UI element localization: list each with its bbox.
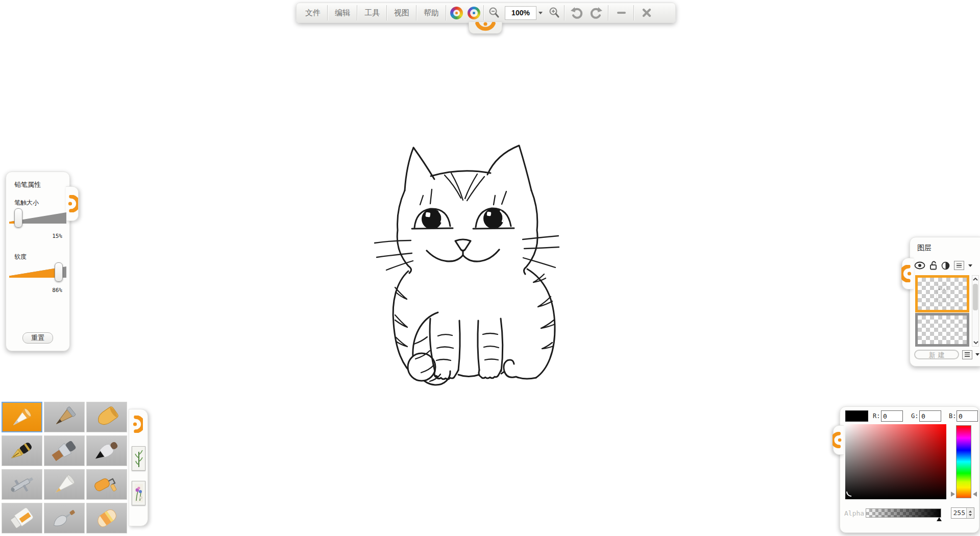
- layers-panel: 图层 新建: [910, 237, 980, 367]
- zoom-in-icon[interactable]: [546, 4, 563, 21]
- palette-collapse-handle[interactable]: [132, 416, 143, 433]
- tool-picture-stamp[interactable]: [132, 481, 145, 505]
- undo-icon[interactable]: [566, 4, 586, 21]
- toolbar-separator: [327, 5, 328, 20]
- pencil-panel-collapse-handle[interactable]: [66, 186, 79, 221]
- zoom-out-icon[interactable]: [485, 4, 503, 21]
- alpha-value: 255: [951, 508, 966, 518]
- r-input[interactable]: [881, 410, 903, 422]
- softness-label: 软度: [14, 253, 69, 261]
- tool-palette-knife[interactable]: [44, 503, 85, 533]
- r-label: R:: [873, 412, 880, 420]
- redo-icon[interactable]: [586, 4, 607, 21]
- color-picker-panel: R: G: B: Alpha 255: [840, 406, 979, 533]
- drawing-canvas[interactable]: [0, 31, 980, 388]
- tool-eraser[interactable]: [86, 503, 127, 533]
- blend-dropdown-arrow-icon[interactable]: [968, 264, 972, 267]
- softness-value: 86%: [6, 287, 62, 294]
- menu-view[interactable]: 视图: [388, 4, 415, 21]
- toolbar-separator: [416, 5, 417, 20]
- layers-panel-collapse-handle[interactable]: [902, 258, 914, 289]
- spinner-arrows[interactable]: [966, 508, 974, 518]
- alpha-slider[interactable]: [866, 508, 941, 518]
- tool-paint-roller[interactable]: [86, 469, 127, 500]
- hue-bar[interactable]: [956, 425, 971, 498]
- hue-marker-right-icon[interactable]: [973, 492, 977, 497]
- menu-tools[interactable]: 工具: [359, 4, 385, 21]
- tool-fountain-pen[interactable]: [2, 435, 42, 466]
- reset-button[interactable]: 重置: [22, 332, 53, 344]
- tool-ink-brush[interactable]: [86, 435, 127, 466]
- layer-options-arrow-icon[interactable]: [975, 353, 979, 356]
- contrast-icon[interactable]: [941, 261, 950, 270]
- tool-bamboo-stamp[interactable]: [132, 446, 145, 471]
- scroll-up-icon[interactable]: [972, 277, 978, 281]
- toolbar-separator: [483, 5, 484, 20]
- scrollbar-thumb[interactable]: [973, 284, 978, 310]
- tool-airbrush[interactable]: [2, 469, 42, 500]
- toolbar-separator: [446, 5, 447, 20]
- alpha-spinner[interactable]: 255: [951, 507, 974, 519]
- brush-size-value: 15%: [6, 233, 62, 239]
- toolbar-separator: [633, 5, 634, 20]
- layer-options-icon[interactable]: [962, 350, 972, 359]
- pencil-panel-title: 铅笔属性: [14, 180, 69, 189]
- visibility-eye-icon[interactable]: [914, 261, 925, 270]
- zoom-level-value[interactable]: 100%: [505, 6, 536, 20]
- blend-list-icon[interactable]: [954, 261, 964, 270]
- menu-file[interactable]: 文件: [300, 4, 326, 21]
- layer-thumbnail-selected[interactable]: [915, 275, 969, 312]
- menu-help[interactable]: 帮助: [418, 4, 445, 21]
- menu-edit[interactable]: 编辑: [329, 4, 356, 21]
- rainbow-face-icon[interactable]: [448, 4, 465, 21]
- minimize-icon[interactable]: [610, 4, 632, 21]
- tool-flat-brush[interactable]: [44, 435, 85, 466]
- orange-crescent-icon: [901, 265, 913, 282]
- zoom-dropdown-arrow-icon[interactable]: [538, 12, 543, 14]
- softness-slider-handle[interactable]: [55, 262, 63, 282]
- tool-paint-cone[interactable]: [44, 469, 85, 500]
- layer-cat-preview: [935, 283, 950, 303]
- g-label: G:: [911, 412, 918, 420]
- cat-sketch: [373, 140, 567, 391]
- tool-pencil[interactable]: [2, 402, 42, 432]
- layers-scrollbar[interactable]: [972, 275, 979, 347]
- toolbar-separator: [357, 5, 358, 20]
- brush-size-slider-handle[interactable]: [14, 208, 22, 228]
- toolbar-separator: [608, 5, 609, 20]
- current-color-swatch[interactable]: [845, 410, 868, 422]
- saturation-value-picker[interactable]: [845, 424, 946, 499]
- layer-thumbnail[interactable]: [915, 313, 969, 347]
- color-panel-collapse-handle[interactable]: [833, 425, 844, 455]
- alpha-label: Alpha: [844, 509, 864, 517]
- new-layer-button[interactable]: 新建: [914, 350, 959, 359]
- close-icon[interactable]: [635, 4, 658, 21]
- unlock-icon[interactable]: [929, 261, 937, 270]
- toolbar-separator: [386, 5, 387, 20]
- b-label: B:: [949, 412, 956, 420]
- scroll-down-icon[interactable]: [973, 340, 979, 345]
- orange-crescent-icon: [832, 432, 843, 448]
- alpha-slider-handle[interactable]: [937, 517, 942, 521]
- g-input[interactable]: [919, 410, 941, 422]
- orange-crescent-icon: [67, 195, 78, 212]
- toolbar-separator: [564, 5, 565, 20]
- tool-paint-tube[interactable]: [2, 503, 42, 533]
- main-toolbar: 文件 编辑 工具 视图 帮助 100%: [296, 3, 676, 23]
- layers-panel-title: 图层: [917, 243, 980, 253]
- rainbow-swirl-icon[interactable]: [465, 4, 482, 21]
- hue-marker-left-icon[interactable]: [951, 492, 955, 497]
- tool-crayon[interactable]: [86, 402, 127, 432]
- brush-size-label: 笔触大小: [14, 199, 69, 207]
- pencil-properties-panel: 铅笔属性 笔触大小 15% 软度 86% 重置: [6, 172, 70, 351]
- palette-side-strip: [129, 409, 148, 526]
- b-input[interactable]: [957, 410, 978, 422]
- app-window: { "toolbar": { "menus": [ {"label": "文件"…: [0, 0, 980, 536]
- tool-wood-pencil[interactable]: [44, 402, 85, 432]
- sv-cursor-icon: [846, 490, 853, 497]
